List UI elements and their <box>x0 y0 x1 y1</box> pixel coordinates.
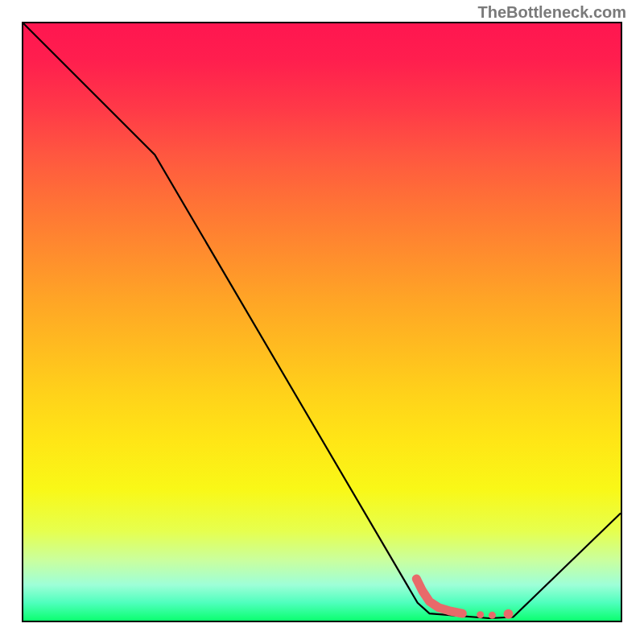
elbow-marker-dot <box>503 609 513 619</box>
elbow-marker-dots <box>477 609 513 619</box>
elbow-marker-dot <box>477 611 484 618</box>
chart-curve-layer <box>23 23 621 621</box>
watermark-text: TheBottleneck.com <box>478 3 626 22</box>
bottleneck-curve <box>23 23 621 618</box>
elbow-marker-dot <box>489 612 496 619</box>
chart-plot-area <box>22 22 622 622</box>
